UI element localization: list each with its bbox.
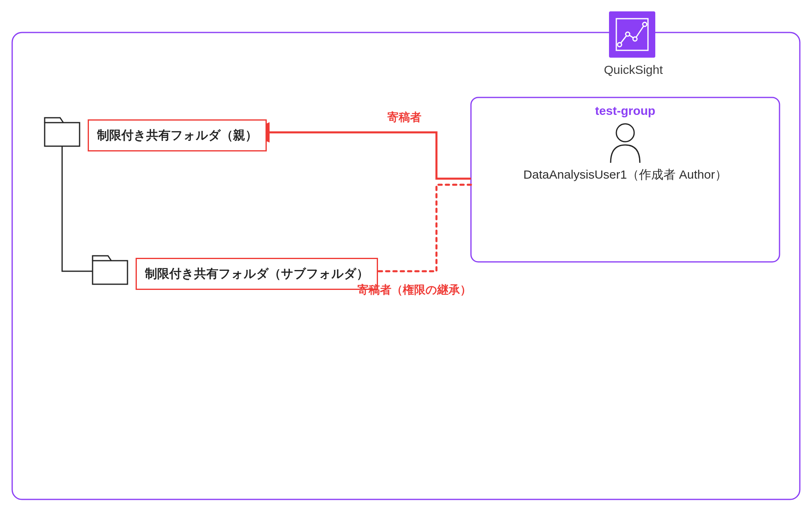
user-label: DataAnalysisUser1（作成者 Author） bbox=[471, 166, 780, 183]
arrow-label-sub-role: 寄稿者（権限の継承） bbox=[357, 282, 471, 298]
group-title: test-group bbox=[471, 104, 780, 118]
svg-point-4 bbox=[618, 43, 622, 47]
folder-icon-sub bbox=[93, 256, 127, 284]
quicksight-icon bbox=[609, 11, 655, 58]
quicksight-label: QuickSight bbox=[601, 63, 666, 77]
arrow-group-to-sub bbox=[362, 185, 471, 271]
diagram-svg bbox=[0, 0, 812, 512]
svg-point-7 bbox=[643, 22, 647, 26]
folder-sub-label: 制限付き共有フォルダ（サブフォルダ） bbox=[136, 258, 378, 290]
svg-rect-1 bbox=[45, 123, 80, 146]
folder-icon-parent bbox=[45, 118, 80, 146]
arrow-label-parent-role: 寄稿者 bbox=[387, 110, 421, 125]
quicksight-container-border bbox=[12, 32, 800, 499]
svg-point-0 bbox=[616, 124, 634, 142]
arrow-group-to-parent bbox=[266, 132, 471, 179]
quicksight-icon-svg bbox=[614, 16, 650, 53]
svg-rect-2 bbox=[93, 261, 127, 284]
svg-point-6 bbox=[633, 37, 637, 41]
tree-connector bbox=[62, 146, 93, 271]
diagram-stage: QuickSight test-group DataAnalysisUser1（… bbox=[0, 0, 812, 512]
folder-parent-label: 制限付き共有フォルダ（親） bbox=[88, 119, 267, 151]
svg-point-5 bbox=[626, 32, 630, 36]
user-icon bbox=[611, 124, 640, 163]
